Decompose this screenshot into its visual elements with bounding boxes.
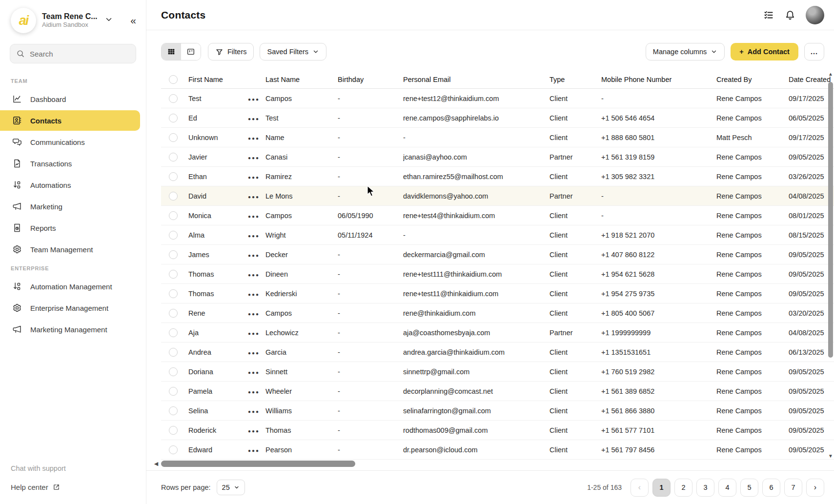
sidebar-item-dashboard[interactable]: Dashboard bbox=[0, 89, 140, 109]
row-actions-ellipsis-icon[interactable]: ●●● bbox=[248, 97, 260, 102]
help-center-link[interactable]: Help center bbox=[11, 483, 146, 491]
scroll-down-arrow-icon[interactable]: ▼ bbox=[827, 453, 834, 459]
row-checkbox[interactable] bbox=[169, 94, 178, 103]
table-row[interactable]: Edward●●●Pearson-dr.pearson@icloud.comCl… bbox=[161, 440, 834, 460]
filters-button[interactable]: Filters bbox=[208, 43, 254, 60]
table-row[interactable]: Roderick●●●Thomas-rodthomas009@gmail.com… bbox=[161, 421, 834, 440]
sidebar-item-marketing-management[interactable]: Marketing Management bbox=[0, 319, 140, 340]
row-actions-ellipsis-icon[interactable]: ●●● bbox=[248, 214, 260, 219]
sidebar-item-enterprise-management[interactable]: Enterprise Management bbox=[0, 298, 140, 318]
saved-filters-button[interactable]: Saved Filters bbox=[260, 43, 326, 60]
table-row[interactable]: David●●●Le Mons-davidklemons@yahoo.comPa… bbox=[161, 186, 834, 206]
chat-with-support-link[interactable]: Chat with support bbox=[11, 464, 146, 472]
row-actions-ellipsis-icon[interactable]: ●●● bbox=[248, 272, 260, 278]
table-row[interactable]: Unknown●●●Name--Client+1 888 680 5801Mat… bbox=[161, 128, 834, 147]
add-contact-button[interactable]: + Add Contact bbox=[731, 43, 798, 60]
table-row[interactable]: Andrea●●●Garcia-andrea.garcia@thinkaidiu… bbox=[161, 343, 834, 362]
chevron-down-icon[interactable] bbox=[104, 15, 113, 26]
sidebar-item-reports[interactable]: Reports bbox=[0, 218, 140, 238]
column-header-last-name[interactable]: Last Name bbox=[265, 76, 338, 83]
scroll-left-arrow-icon[interactable]: ◀ bbox=[152, 461, 160, 467]
row-actions-ellipsis-icon[interactable]: ●●● bbox=[248, 155, 260, 161]
row-checkbox[interactable] bbox=[169, 387, 178, 396]
row-checkbox[interactable] bbox=[169, 231, 178, 240]
checklist-icon[interactable] bbox=[763, 9, 774, 21]
row-actions-ellipsis-icon[interactable]: ●●● bbox=[248, 253, 260, 258]
column-header-birthday[interactable]: Birthday bbox=[338, 76, 403, 83]
page-button-1[interactable]: 1 bbox=[652, 479, 671, 497]
notifications-bell-icon[interactable] bbox=[784, 9, 796, 21]
user-avatar[interactable] bbox=[806, 6, 824, 24]
row-actions-ellipsis-icon[interactable]: ●●● bbox=[248, 370, 260, 375]
row-checkbox[interactable] bbox=[169, 133, 178, 142]
table-row[interactable]: Doriana●●●Sinnett-sinnettrp@gmail.comCli… bbox=[161, 362, 834, 382]
table-row[interactable]: Aja●●●Lechowicz-aja@coasthomesbyaja.comP… bbox=[161, 323, 834, 343]
column-header-type[interactable]: Type bbox=[549, 76, 601, 83]
sidebar-item-automation-management[interactable]: Automation Management bbox=[0, 276, 140, 297]
scroll-up-arrow-icon[interactable]: ▲ bbox=[827, 71, 834, 77]
row-actions-ellipsis-icon[interactable]: ●●● bbox=[248, 448, 260, 453]
row-actions-ellipsis-icon[interactable]: ●●● bbox=[248, 350, 260, 356]
column-header-mobile-phone[interactable]: Mobile Phone Number bbox=[601, 76, 716, 83]
table-row[interactable]: Ethan●●●Ramirez-ethan.ramirez55@mailhost… bbox=[161, 167, 834, 186]
search-input-wrap[interactable] bbox=[10, 44, 136, 63]
row-actions-ellipsis-icon[interactable]: ●●● bbox=[248, 194, 260, 200]
page-button-5[interactable]: 5 bbox=[740, 479, 758, 497]
row-checkbox[interactable] bbox=[169, 172, 178, 181]
vertical-scroll-thumb[interactable] bbox=[828, 82, 833, 358]
sidebar-item-automations[interactable]: Automations bbox=[0, 175, 140, 195]
row-checkbox[interactable] bbox=[169, 445, 178, 454]
row-actions-ellipsis-icon[interactable]: ●●● bbox=[248, 428, 260, 434]
sidebar-item-communications[interactable]: Communications bbox=[0, 132, 140, 152]
row-checkbox[interactable] bbox=[169, 289, 178, 298]
horizontal-scroll-track[interactable] bbox=[160, 461, 834, 467]
row-actions-ellipsis-icon[interactable]: ●●● bbox=[248, 175, 260, 180]
previous-page-button[interactable]: ‹ bbox=[631, 479, 649, 497]
table-row[interactable]: Alma●●●Wright05/11/1924-Client+1 918 521… bbox=[161, 225, 834, 245]
table-row[interactable]: Rene●●●Campos-rene@thinkaidium.comClient… bbox=[161, 303, 834, 323]
row-actions-ellipsis-icon[interactable]: ●●● bbox=[248, 233, 260, 239]
row-actions-ellipsis-icon[interactable]: ●●● bbox=[248, 292, 260, 297]
row-checkbox[interactable] bbox=[169, 250, 178, 259]
table-row[interactable]: Thomas●●●Kedrierski-rene+test11@thinkaid… bbox=[161, 284, 834, 303]
page-button-2[interactable]: 2 bbox=[674, 479, 692, 497]
sidebar-item-marketing[interactable]: Marketing bbox=[0, 196, 140, 217]
table-row[interactable]: Thomas●●●Dineen-rene+test111@thinkaidium… bbox=[161, 264, 834, 284]
row-checkbox[interactable] bbox=[169, 114, 178, 122]
table-row[interactable]: Selina●●●Williams-selinafarrington@gmail… bbox=[161, 401, 834, 421]
table-row[interactable]: Pamela●●●Wheeler-decorplanning@comcast.n… bbox=[161, 382, 834, 401]
page-button-4[interactable]: 4 bbox=[718, 479, 736, 497]
select-all-checkbox[interactable] bbox=[169, 75, 178, 84]
table-row[interactable]: Monica●●●Campos06/05/1990rene+test4@thin… bbox=[161, 206, 834, 225]
more-options-button[interactable]: ... bbox=[804, 43, 824, 60]
horizontal-scroll-thumb[interactable] bbox=[161, 461, 355, 467]
page-button-6[interactable]: 6 bbox=[762, 479, 780, 497]
sidebar-item-contacts[interactable]: Contacts bbox=[0, 110, 140, 131]
row-checkbox[interactable] bbox=[169, 211, 178, 220]
column-header-personal-email[interactable]: Personal Email bbox=[403, 76, 549, 83]
row-actions-ellipsis-icon[interactable]: ●●● bbox=[248, 136, 260, 141]
table-row[interactable]: Test●●●Campos-rene+test12@thinkaidium.co… bbox=[161, 89, 834, 108]
kanban-view-icon[interactable] bbox=[181, 43, 201, 60]
row-checkbox[interactable] bbox=[169, 270, 178, 279]
row-checkbox[interactable] bbox=[169, 406, 178, 415]
column-header-created-by[interactable]: Created By bbox=[716, 76, 789, 83]
rows-per-page-select[interactable]: 25 bbox=[217, 480, 245, 495]
row-checkbox[interactable] bbox=[169, 328, 178, 337]
sidebar-item-transactions[interactable]: Transactions bbox=[0, 153, 140, 174]
row-checkbox[interactable] bbox=[169, 426, 178, 435]
search-input[interactable] bbox=[30, 50, 130, 58]
table-row[interactable]: James●●●Decker-deckermarcia@gmail.comCli… bbox=[161, 245, 834, 264]
row-checkbox[interactable] bbox=[169, 153, 178, 161]
row-actions-ellipsis-icon[interactable]: ●●● bbox=[248, 116, 260, 121]
row-checkbox[interactable] bbox=[169, 309, 178, 318]
row-actions-ellipsis-icon[interactable]: ●●● bbox=[248, 311, 260, 317]
row-checkbox[interactable] bbox=[169, 192, 178, 201]
next-page-button[interactable]: › bbox=[806, 479, 824, 497]
row-checkbox[interactable] bbox=[169, 367, 178, 376]
table-row[interactable]: Ed●●●Test-rene.campos@sapphirelabs.ioCli… bbox=[161, 108, 834, 128]
column-header-first-name[interactable]: First Name bbox=[188, 76, 248, 83]
manage-columns-button[interactable]: Manage columns bbox=[646, 43, 725, 60]
table-view-icon[interactable] bbox=[162, 43, 181, 60]
collapse-sidebar-icon[interactable]: « bbox=[127, 15, 139, 26]
